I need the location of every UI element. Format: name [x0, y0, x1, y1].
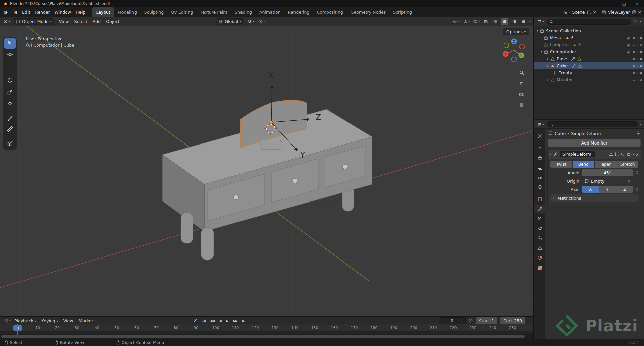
- tab-render[interactable]: [535, 144, 545, 152]
- camera-view-button[interactable]: [517, 90, 526, 99]
- tab-texture[interactable]: [535, 263, 545, 272]
- filter-icon[interactable]: [633, 19, 638, 24]
- menu-viewport-add[interactable]: Add: [90, 19, 103, 24]
- outliner-row-scene-collection[interactable]: ▾ Scene Collection: [534, 27, 644, 34]
- scene-selector[interactable]: ▾ Scene ×: [562, 10, 596, 15]
- modifier-panel-header[interactable]: ▾ SimpleDeform ▾ ×: [548, 150, 641, 159]
- menu-file[interactable]: File: [8, 7, 20, 17]
- checkbox-icon[interactable]: [626, 50, 631, 54]
- outliner-row-lampara[interactable]: ▸ Lampara 3: [534, 41, 644, 48]
- filter-options-chevron-icon[interactable]: ▾: [640, 20, 641, 23]
- zoom-button[interactable]: [517, 68, 526, 77]
- expand-icon[interactable]: ▸: [541, 44, 542, 46]
- checkbox-icon[interactable]: [626, 36, 631, 40]
- add-workspace-button[interactable]: +: [416, 7, 426, 17]
- expand-icon[interactable]: ▸: [547, 79, 549, 81]
- outliner-row-computador[interactable]: ▾ Computador: [534, 48, 644, 55]
- eye-icon[interactable]: [632, 36, 636, 40]
- tab-tool[interactable]: [535, 131, 545, 140]
- tab-object[interactable]: [535, 195, 545, 204]
- tab-texture-paint[interactable]: Texture Paint: [197, 7, 231, 17]
- axis-z-button[interactable]: Z: [616, 186, 633, 193]
- expand-icon[interactable]: ▸: [541, 37, 542, 39]
- menu-render[interactable]: Render: [33, 7, 52, 17]
- overlays-dropdown[interactable]: ▾: [472, 18, 480, 25]
- current-frame-field[interactable]: 0: [439, 317, 466, 324]
- camera-icon[interactable]: [637, 57, 642, 61]
- play-reverse-button[interactable]: ◀: [217, 318, 223, 323]
- tab-view-layer[interactable]: [535, 163, 545, 172]
- viewport-canvas[interactable]: X Z Y User Perspective (0) Computador | …: [0, 26, 533, 316]
- new-viewlayer-icon[interactable]: [632, 10, 636, 15]
- pin-icon[interactable]: [636, 131, 641, 135]
- add-modifier-button[interactable]: Add Modifier: [548, 139, 641, 147]
- tab-modeling[interactable]: Modeling: [114, 7, 141, 17]
- camera-icon[interactable]: [637, 78, 642, 82]
- shading-material-button[interactable]: [511, 18, 518, 25]
- tab-animation[interactable]: Animation: [256, 7, 284, 17]
- shading-rendered-button[interactable]: [520, 18, 527, 25]
- mode-stretch-button[interactable]: Stretch: [616, 161, 638, 168]
- eye-icon[interactable]: [632, 71, 636, 75]
- measure-tool[interactable]: [4, 124, 16, 134]
- eye-closed-icon[interactable]: [632, 43, 636, 47]
- eye-icon[interactable]: [632, 64, 636, 68]
- move-tool[interactable]: [4, 64, 16, 74]
- outliner-row-mesa[interactable]: ▸ Mesa 6: [534, 34, 644, 41]
- shading-options-chevron-icon[interactable]: ▾: [529, 20, 531, 23]
- options-dropdown[interactable]: Options ▾: [503, 28, 529, 35]
- tab-layout[interactable]: Layout: [92, 7, 114, 17]
- tab-compositing[interactable]: Compositing: [313, 7, 346, 17]
- pan-button[interactable]: [517, 79, 526, 88]
- on-cage-toggle-icon[interactable]: [609, 152, 613, 157]
- snap-toggle[interactable]: ▾: [247, 18, 255, 25]
- prev-keyframe-button[interactable]: ◀◀: [208, 318, 216, 323]
- editmode-toggle-icon[interactable]: [615, 152, 620, 157]
- menu-keying[interactable]: Keying ▾: [39, 318, 60, 323]
- rotate-tool[interactable]: [4, 75, 16, 86]
- tab-scene[interactable]: [535, 173, 545, 181]
- restrictions-subpanel[interactable]: ▸ Restrictions: [550, 194, 638, 202]
- editor-type-button[interactable]: ▾: [3, 18, 11, 25]
- camera-icon[interactable]: [637, 50, 642, 54]
- scale-tool[interactable]: [4, 86, 16, 97]
- playhead-badge[interactable]: 0: [13, 325, 22, 331]
- expand-icon[interactable]: ▸: [547, 65, 549, 67]
- properties-search-input[interactable]: [555, 122, 636, 127]
- mode-dropdown[interactable]: Object Mode ▾: [13, 18, 54, 25]
- tab-shading[interactable]: Shading: [231, 7, 256, 17]
- menu-viewport-object[interactable]: Object: [104, 19, 122, 24]
- close-button[interactable]: ×: [631, 0, 644, 7]
- minimize-button[interactable]: –: [604, 0, 617, 7]
- modifier-extras-icon[interactable]: ▾: [633, 153, 634, 156]
- breadcrumb-object[interactable]: Cube: [555, 131, 566, 136]
- menu-marker[interactable]: Marker: [76, 318, 95, 323]
- end-frame-field[interactable]: End250: [500, 317, 525, 324]
- gizmos-dropdown[interactable]: ▾: [462, 18, 470, 25]
- cursor-tool[interactable]: [4, 49, 16, 60]
- tab-rendering[interactable]: Rendering: [284, 7, 313, 17]
- timeline-scrollbar[interactable]: [0, 334, 533, 339]
- properties-search[interactable]: [547, 121, 638, 127]
- eye-icon[interactable]: [632, 57, 636, 61]
- proportional-editing-toggle[interactable]: ▾: [257, 18, 265, 25]
- modifier-name-field[interactable]: SimpleDeform: [560, 151, 595, 157]
- blender-menu-icon[interactable]: [3, 10, 8, 15]
- add-cube-tool[interactable]: [4, 138, 16, 149]
- mode-bend-button[interactable]: Bend: [573, 161, 594, 168]
- tab-modifiers[interactable]: [535, 205, 545, 213]
- maximize-button[interactable]: □: [617, 0, 631, 7]
- outliner-row-base[interactable]: ▸ Base: [534, 55, 644, 62]
- select-box-tool[interactable]: [4, 38, 16, 49]
- timeline-scroll-handle[interactable]: [1, 335, 525, 338]
- outliner-row-monitor[interactable]: ▸ Monitor: [534, 76, 644, 83]
- xray-toggle[interactable]: [482, 18, 490, 25]
- outliner-row-empty[interactable]: Empty: [534, 69, 644, 76]
- tab-material[interactable]: [535, 253, 545, 262]
- menu-help[interactable]: Help: [73, 7, 88, 17]
- menu-edit[interactable]: Edit: [20, 7, 33, 17]
- tab-physics[interactable]: [535, 224, 545, 233]
- tab-output[interactable]: [535, 154, 545, 162]
- axis-y-button[interactable]: Y: [599, 186, 616, 193]
- expand-icon[interactable]: ▸: [547, 58, 549, 60]
